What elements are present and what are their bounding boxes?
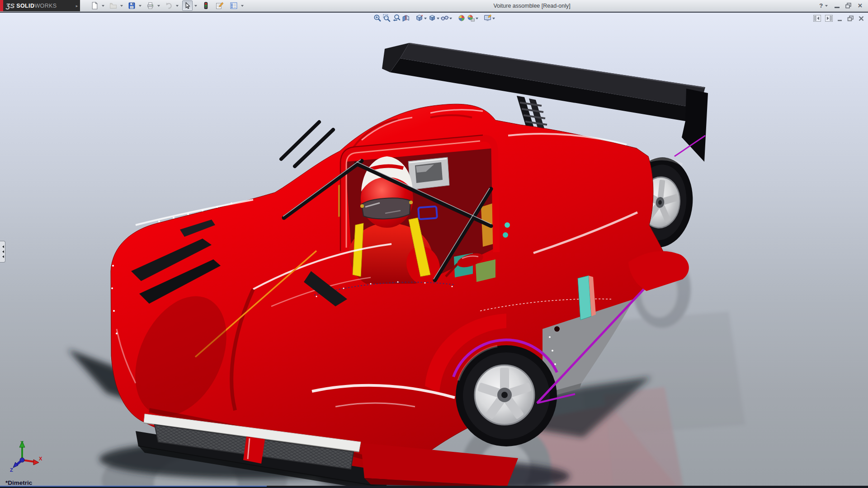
- options-list-icon: [230, 2, 238, 9]
- document-window-controls: [813, 15, 864, 22]
- hide-show-items-dropdown[interactable]: [449, 18, 452, 21]
- minimize-icon: [835, 7, 840, 8]
- options-button[interactable]: [228, 0, 239, 11]
- print-icon: [146, 2, 154, 9]
- document-restore-icon: [847, 15, 854, 22]
- window-controls: ? ✕: [819, 2, 868, 9]
- triad-y-label: Y: [20, 440, 24, 446]
- new-document-button[interactable]: [90, 0, 100, 11]
- triad-x-label: X: [39, 456, 42, 461]
- pane-next-button[interactable]: [825, 15, 833, 22]
- previous-view-icon: [392, 14, 401, 22]
- zoom-to-fit-icon: [373, 14, 382, 22]
- pane-next-icon: [825, 15, 833, 22]
- zoom-to-fit-button[interactable]: [373, 14, 382, 23]
- previous-view-button[interactable]: [392, 14, 401, 23]
- view-settings-button[interactable]: [483, 14, 492, 23]
- solidworks-logo: ƷSSOLIDWORKS: [0, 0, 74, 11]
- document-restore-button[interactable]: [847, 15, 854, 22]
- display-style-icon: [428, 14, 436, 22]
- appearance-sphere-icon: [458, 14, 466, 22]
- undo-icon: [165, 2, 173, 9]
- view-orientation-button[interactable]: [415, 14, 424, 23]
- save-icon: [128, 2, 136, 9]
- view-orientation-icon: [415, 14, 424, 22]
- restore-button[interactable]: [845, 3, 852, 9]
- select-tool-dropdown[interactable]: [194, 5, 197, 8]
- side-port-hole: [554, 326, 560, 332]
- title-bar: ƷSSOLIDWORKS ▸: [0, 0, 868, 12]
- eyeglasses-icon: [441, 14, 449, 22]
- view-settings-icon: [484, 14, 492, 22]
- view-settings-dropdown[interactable]: [492, 18, 495, 21]
- solidworks-window: ƷSSOLIDWORKS ▸: [0, 0, 868, 488]
- select-cursor-icon: [184, 2, 191, 9]
- teal-button-1: [505, 222, 510, 228]
- new-document-dropdown[interactable]: [102, 5, 104, 8]
- rebuild-button[interactable]: [201, 0, 211, 11]
- new-document-icon: [91, 2, 99, 9]
- note-pencil-icon: [216, 2, 224, 9]
- pane-previous-icon: [813, 15, 821, 22]
- document-minimize-button[interactable]: [837, 15, 843, 22]
- apply-scene-button[interactable]: [466, 14, 476, 23]
- collapse-arrow-icon: [1, 245, 4, 248]
- pane-previous-button[interactable]: [813, 15, 821, 22]
- save-dropdown[interactable]: [139, 5, 142, 8]
- save-button[interactable]: [127, 0, 137, 11]
- grille-center-strut: [243, 436, 265, 464]
- apply-scene-icon: [467, 14, 475, 22]
- hide-show-items-button[interactable]: [440, 14, 449, 23]
- undo-dropdown[interactable]: [176, 5, 179, 8]
- section-view-button[interactable]: [401, 14, 410, 23]
- print-dropdown[interactable]: [157, 5, 160, 8]
- section-view-icon: [402, 14, 410, 22]
- helmet-visor: [362, 198, 410, 219]
- triad-z-label: Z: [10, 467, 13, 472]
- zoom-to-area-icon: [383, 14, 391, 22]
- restore-icon: [845, 3, 852, 9]
- feature-manager-collapsed-tab[interactable]: [0, 241, 5, 263]
- display-style-button[interactable]: [427, 14, 437, 23]
- orientation-triad: Y X Z: [7, 439, 42, 472]
- edit-appearance-button[interactable]: [457, 14, 466, 23]
- zoom-to-area-button[interactable]: [382, 14, 392, 23]
- open-document-button[interactable]: [108, 0, 118, 11]
- window-bottom-edge: [0, 486, 868, 488]
- wheel-mid-right[interactable]: [456, 345, 557, 446]
- air-intake-box[interactable]: [408, 157, 449, 190]
- view-orientation-label: *Dimetric: [5, 479, 32, 486]
- window-title: Voiture assomblee [Read-only]: [245, 3, 819, 9]
- heads-up-view-toolbar: [373, 14, 495, 23]
- document-close-button[interactable]: [858, 15, 864, 22]
- close-button[interactable]: ✕: [858, 2, 863, 9]
- minimize-button[interactable]: [835, 3, 840, 8]
- view-orientation-dropdown[interactable]: [424, 18, 427, 21]
- print-button[interactable]: [145, 0, 156, 11]
- brand-mark: ƷS: [6, 2, 14, 9]
- collapse-arrow-icon: [1, 255, 4, 258]
- main-toolbar: [89, 0, 245, 11]
- document-close-icon: [858, 15, 864, 22]
- open-document-dropdown[interactable]: [120, 5, 123, 8]
- teal-button-2: [503, 232, 508, 238]
- help-dropdown[interactable]: [825, 5, 828, 8]
- graphics-area[interactable]: Y X Z *Dimetric: [0, 12, 868, 488]
- undo-button[interactable]: [164, 0, 174, 11]
- logo-flyout-arrow[interactable]: ▸: [74, 0, 80, 11]
- collapse-arrow-icon: [1, 250, 4, 253]
- brand-works: WORKS: [34, 3, 57, 9]
- help-button[interactable]: ?: [819, 2, 823, 9]
- open-document-icon: [109, 2, 117, 9]
- traffic-light-icon: [202, 2, 210, 9]
- select-tool-button[interactable]: [182, 0, 193, 11]
- edit-note-button[interactable]: [214, 0, 225, 11]
- 3d-scene[interactable]: [0, 13, 868, 488]
- options-dropdown[interactable]: [241, 5, 244, 8]
- document-minimize-icon: [837, 15, 843, 22]
- display-style-dropdown[interactable]: [437, 18, 439, 21]
- apply-scene-dropdown[interactable]: [476, 18, 478, 21]
- brand-solid: SOLID: [16, 3, 34, 9]
